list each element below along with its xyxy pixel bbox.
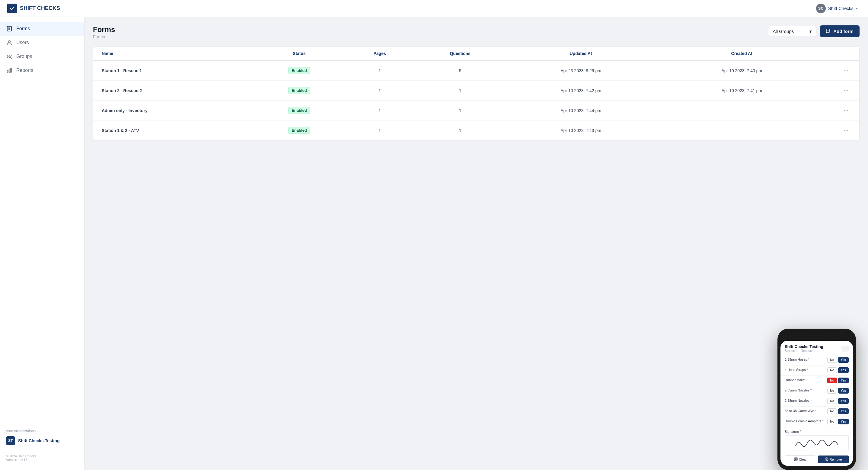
status-badge: Enabled	[288, 127, 310, 134]
cell-updated-2: Apr 10 2023, 7:44 pm	[500, 103, 661, 118]
clear-icon	[794, 457, 798, 462]
sidebar-item-groups[interactable]: Groups	[0, 50, 84, 63]
phone-menu-dots[interactable]: ···	[841, 346, 849, 352]
cell-questions-0: 9	[420, 63, 500, 79]
phone-form-item-3: 2 65mm Nozzles * No Yes	[780, 386, 853, 396]
col-actions	[822, 47, 855, 60]
sidebar-label-users: Users	[16, 40, 29, 45]
reports-icon	[6, 67, 13, 74]
remove-button[interactable]: Remove	[818, 456, 849, 463]
clear-button[interactable]: Clear	[785, 456, 816, 463]
phone-signature-area: Signature *	[780, 427, 853, 453]
yes-button-0[interactable]: Yes	[838, 357, 849, 363]
yes-button-4[interactable]: Yes	[838, 398, 849, 404]
phone-form-item-5: 65 to 38 Gated Wye * No Yes	[780, 407, 853, 417]
chevron-down-icon: ▾	[856, 6, 858, 10]
app-title: SHIFT CHECKS	[20, 5, 60, 11]
page-title: Forms	[93, 25, 115, 34]
main-layout: Forms Users	[0, 17, 868, 470]
chevron-down-icon: ▾	[809, 29, 812, 34]
sidebar-item-users[interactable]: Users	[0, 36, 84, 50]
no-button-4[interactable]: No	[827, 398, 837, 404]
phone-title-area: Shift Checks Testing Station 1 - Rescue …	[785, 344, 823, 353]
status-badge: Enabled	[288, 67, 310, 74]
col-status: Status	[259, 47, 340, 60]
row-menu-button[interactable]: ···	[841, 106, 851, 115]
col-name: Name	[98, 47, 259, 60]
svg-rect-10	[10, 68, 11, 72]
org-item[interactable]: ST Shift Checks Testing	[6, 433, 78, 448]
avatar: SC	[816, 4, 826, 13]
user-menu[interactable]: SC Shift Checks ▾	[813, 2, 861, 15]
forms-icon	[6, 25, 13, 32]
cell-pages-3: 1	[340, 123, 420, 138]
cell-name-2: Admin only - Inventory	[98, 103, 259, 118]
yes-button-3[interactable]: Yes	[838, 388, 849, 393]
cell-created-3	[661, 125, 822, 136]
remove-icon	[825, 457, 829, 462]
cell-status-3: Enabled	[259, 121, 340, 139]
phone-footer: Clear Remove	[780, 453, 853, 466]
row-menu-button[interactable]: ···	[841, 126, 851, 135]
sidebar-item-forms[interactable]: Forms	[0, 22, 84, 36]
signature-box[interactable]	[785, 435, 849, 450]
no-button-0[interactable]: No	[827, 357, 837, 363]
col-questions: Questions	[420, 47, 500, 60]
org-section-label: Your organizations	[6, 429, 78, 433]
yes-button-1[interactable]: Yes	[838, 367, 849, 373]
no-button-1[interactable]: No	[827, 367, 837, 373]
groups-icon	[6, 53, 13, 60]
sidebar-item-reports[interactable]: Reports	[0, 63, 84, 77]
row-menu-button[interactable]: ···	[841, 66, 851, 75]
cell-pages-1: 1	[340, 83, 420, 98]
group-select[interactable]: All Groups ▾	[768, 26, 816, 37]
phone-screen: Shift Checks Testing Station 1 - Rescue …	[780, 341, 853, 466]
add-form-label: Add form	[833, 29, 854, 34]
page-title-area: Forms Forms	[93, 25, 115, 39]
phone-form-item-2: Rubber Mallet * No Yes	[780, 376, 853, 386]
yes-button-6[interactable]: Yes	[838, 419, 849, 424]
cell-name-3: Station 1 & 2 - ATV	[98, 123, 259, 138]
cell-questions-3: 1	[420, 123, 500, 138]
phone-outer: Shift Checks Testing Station 1 - Rescue …	[777, 329, 856, 470]
org-name: Shift Checks Testing	[18, 438, 59, 443]
cell-status-2: Enabled	[259, 101, 340, 119]
cell-updated-3: Apr 10 2023, 7:43 pm	[500, 123, 661, 138]
app-logo: SHIFT CHECKS	[7, 4, 60, 13]
users-icon	[6, 39, 13, 46]
phone-subtitle: Station 1 - Rescue 1	[785, 349, 823, 353]
table-row: Station 1 - Rescue 1 Enabled 1 9 Apr 23 …	[93, 61, 859, 81]
svg-rect-9	[9, 69, 10, 72]
sidebar-label-groups: Groups	[16, 54, 32, 59]
clear-label: Clear	[799, 458, 807, 461]
footer-line1: © 2024 Shift Checks	[6, 454, 78, 458]
cell-menu-3: ···	[822, 120, 855, 140]
row-menu-button[interactable]: ···	[841, 86, 851, 95]
add-form-button[interactable]: Add form	[820, 25, 860, 37]
cell-updated-1: Apr 10 2023, 7:42 pm	[500, 83, 661, 98]
yes-button-5[interactable]: Yes	[838, 408, 849, 414]
yes-button-2[interactable]: Yes	[838, 378, 849, 383]
no-button-3[interactable]: No	[827, 388, 837, 393]
svg-rect-8	[7, 70, 8, 72]
svg-point-6	[7, 55, 9, 57]
phone-mockup: Shift Checks Testing Station 1 - Rescue …	[777, 329, 856, 470]
no-button-2[interactable]: No	[827, 378, 837, 383]
org-section: Your organizations ST Shift Checks Testi…	[0, 424, 84, 451]
cell-status-0: Enabled	[259, 62, 340, 80]
no-button-6[interactable]: No	[827, 419, 837, 424]
cell-questions-1: 1	[420, 83, 500, 98]
table-row: Station 1 & 2 - ATV Enabled 1 1 Apr 10 2…	[93, 120, 859, 140]
col-pages: Pages	[340, 47, 420, 60]
no-button-5[interactable]: No	[827, 408, 837, 414]
phone-title: Shift Checks Testing	[785, 344, 823, 349]
sidebar-label-reports: Reports	[16, 68, 33, 73]
page-header: Forms Forms All Groups ▾ Add	[93, 25, 860, 39]
sidebar-label-forms: Forms	[16, 26, 30, 31]
breadcrumb: Forms	[93, 34, 115, 39]
phone-form-item-0: 2 38mm Hoses * No Yes	[780, 355, 853, 365]
group-select-label: All Groups	[773, 29, 794, 34]
cell-pages-0: 1	[340, 63, 420, 79]
cell-menu-1: ···	[822, 81, 855, 100]
logo-icon	[7, 4, 17, 13]
